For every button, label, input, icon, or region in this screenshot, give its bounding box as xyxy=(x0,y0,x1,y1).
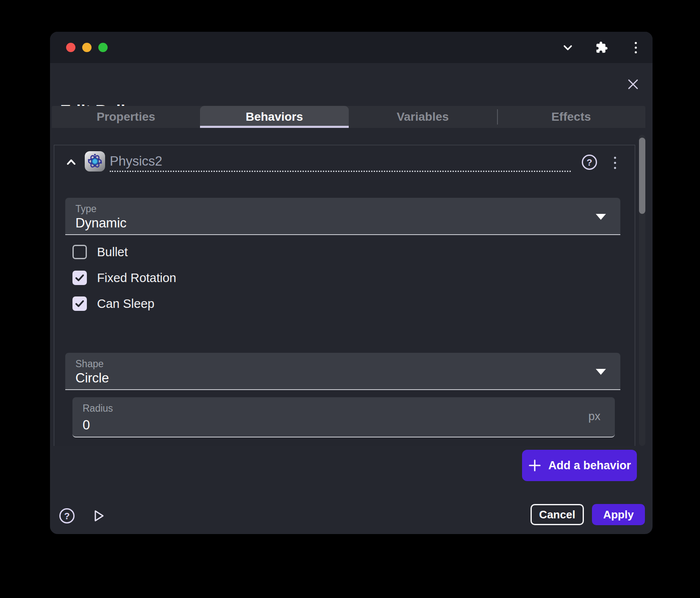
field-label: Radius xyxy=(83,403,113,414)
svg-text:?: ? xyxy=(586,157,592,168)
svg-text:?: ? xyxy=(64,511,69,521)
screen: Edit Ball Properties Behaviors Variables… xyxy=(0,0,700,598)
help-circle-icon[interactable]: ? xyxy=(581,154,598,171)
unit-suffix: px xyxy=(588,410,600,423)
tab-label: Properties xyxy=(97,110,156,124)
add-behavior-button[interactable]: Add a behavior xyxy=(522,450,637,481)
dropdown-arrow-icon xyxy=(596,369,606,375)
cancel-label: Cancel xyxy=(539,508,575,521)
tab-label: Effects xyxy=(551,110,591,124)
bullet-checkbox[interactable]: Bullet xyxy=(72,244,128,260)
scrollbar-thumb[interactable] xyxy=(639,138,645,214)
close-traffic-light[interactable] xyxy=(66,43,75,52)
plus-icon xyxy=(528,459,542,472)
extension-puzzle-icon[interactable] xyxy=(594,40,609,55)
titlebar xyxy=(50,32,653,63)
apply-button[interactable]: Apply xyxy=(592,504,645,525)
field-value: Dynamic xyxy=(75,216,127,231)
chevron-down-icon[interactable] xyxy=(560,40,575,55)
behavior-header: Physics2 ? xyxy=(54,150,635,177)
tab-effects[interactable]: Effects xyxy=(497,106,645,128)
tab-bar: Properties Behaviors Variables Effects xyxy=(52,106,645,128)
tab-behaviors[interactable]: Behaviors xyxy=(200,106,348,128)
can-sleep-checkbox[interactable]: Can Sleep xyxy=(72,295,154,312)
type-select[interactable]: Type Dynamic xyxy=(65,198,620,235)
shape-select[interactable]: Shape Circle xyxy=(65,353,620,390)
edit-object-dialog: Edit Ball Properties Behaviors Variables… xyxy=(50,32,653,534)
field-value: 0 xyxy=(83,418,90,433)
tab-properties[interactable]: Properties xyxy=(52,106,200,128)
behavior-card-physics2: Physics2 ? Type Dynamic xyxy=(54,145,635,446)
collapse-chevron-up-icon[interactable] xyxy=(64,155,78,169)
atom-physics-icon xyxy=(85,151,105,172)
field-label: Shape xyxy=(75,358,104,370)
tab-label: Behaviors xyxy=(246,110,303,124)
radius-input[interactable]: Radius 0 px xyxy=(72,397,615,437)
cancel-button[interactable]: Cancel xyxy=(531,504,584,525)
field-label: Type xyxy=(75,203,97,215)
tab-label: Variables xyxy=(397,110,449,124)
add-behavior-label: Add a behavior xyxy=(548,459,631,472)
behavior-name-field[interactable]: Physics2 xyxy=(110,152,571,172)
close-icon[interactable] xyxy=(625,77,641,92)
traffic-lights xyxy=(66,43,108,52)
dropdown-arrow-icon xyxy=(596,214,606,220)
checkbox-icon xyxy=(72,271,87,285)
checkbox-icon xyxy=(72,296,87,311)
behaviors-scroll-area: Physics2 ? Type Dynamic xyxy=(50,135,653,446)
checkbox-icon xyxy=(72,245,87,259)
zoom-traffic-light[interactable] xyxy=(98,43,108,52)
checkbox-label: Can Sleep xyxy=(97,297,154,311)
checkbox-label: Bullet xyxy=(97,245,128,259)
help-circle-icon[interactable]: ? xyxy=(58,507,75,524)
checkbox-label: Fixed Rotation xyxy=(97,271,176,285)
field-value: Circle xyxy=(75,371,109,386)
minimize-traffic-light[interactable] xyxy=(82,43,92,52)
behavior-kebab-menu-icon[interactable] xyxy=(611,155,618,170)
play-outline-icon[interactable] xyxy=(90,507,107,524)
apply-label: Apply xyxy=(603,508,633,521)
fixed-rotation-checkbox[interactable]: Fixed Rotation xyxy=(72,269,176,286)
tab-variables[interactable]: Variables xyxy=(349,106,497,128)
titlebar-actions xyxy=(560,32,643,63)
kebab-menu-icon[interactable] xyxy=(628,40,643,55)
